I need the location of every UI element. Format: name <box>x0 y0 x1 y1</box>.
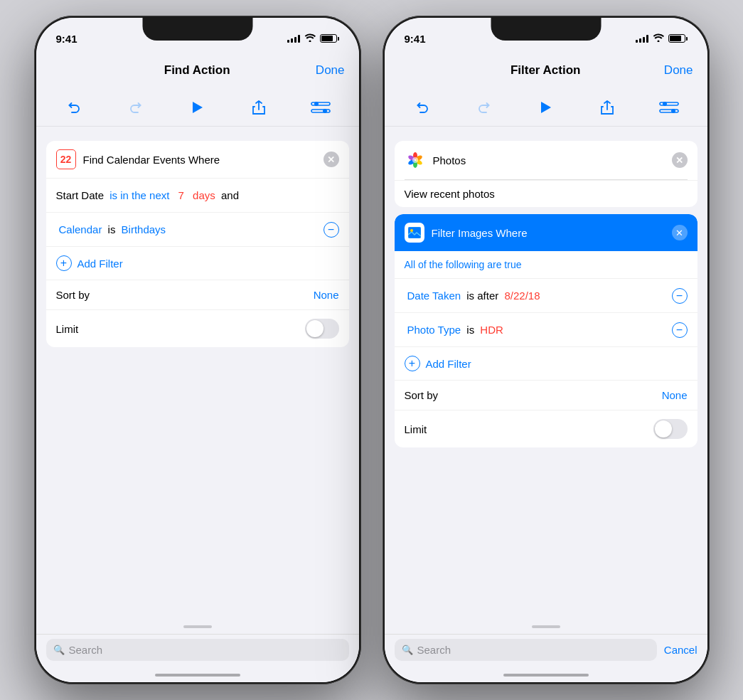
start-date-label: Start Date <box>56 189 107 201</box>
signal-icon-2 <box>636 34 648 43</box>
photo-type-filter-row: Photo Type is HDR − <box>395 313 697 347</box>
status-icons-2 <box>636 33 688 44</box>
wifi-icon <box>304 33 316 44</box>
card-header-title: Find Calendar Events Where <box>83 154 316 166</box>
view-recent-photos: View recent photos <box>395 180 697 207</box>
birthdays-tag[interactable]: Birthdays <box>122 223 166 235</box>
close-card-button[interactable]: ✕ <box>324 152 339 167</box>
battery-icon <box>320 34 339 43</box>
status-time-2: 9:41 <box>405 33 426 45</box>
svg-marker-5 <box>541 102 551 113</box>
main-content: 22 Find Calendar Events Where ✕ Start Da… <box>36 134 359 622</box>
settings-button[interactable] <box>308 95 333 120</box>
add-filter-icon[interactable]: + <box>56 255 72 271</box>
is-text-2: is <box>464 324 477 336</box>
svg-point-3 <box>314 102 319 106</box>
home-indicator <box>155 674 240 677</box>
signal-icon <box>287 34 300 43</box>
photo-type-tag[interactable]: Photo Type <box>407 324 461 336</box>
phone-1: 9:41 <box>34 16 361 684</box>
phone-2: 9:41 <box>383 16 710 684</box>
svg-rect-7 <box>660 110 678 112</box>
calendar-tag[interactable]: Calendar <box>59 223 102 235</box>
number-tag[interactable]: 7 <box>175 189 187 201</box>
battery-icon-2 <box>668 34 688 43</box>
search-placeholder-2: Search <box>417 644 451 656</box>
toolbar-2 <box>385 89 707 126</box>
remove-date-filter-button[interactable]: − <box>672 288 688 304</box>
and-text: and <box>218 189 239 201</box>
is-after-text: is after <box>464 290 501 302</box>
add-filter-label-2[interactable]: Add Filter <box>426 358 471 370</box>
nav-bar: Find Action Done <box>36 52 359 89</box>
limit-label-2: Limit <box>405 423 427 435</box>
filter-images-title: Filter Images Where <box>432 227 665 239</box>
svg-rect-2 <box>311 110 330 112</box>
nav-title-2: Filter Action <box>511 63 581 78</box>
limit-row-2: Limit <box>395 410 697 447</box>
date-taken-tag[interactable]: Date Taken <box>407 290 461 302</box>
sort-label-2: Sort by <box>405 389 439 401</box>
redo-button[interactable] <box>123 95 149 120</box>
scroll-indicator-2 <box>532 625 560 628</box>
add-filter-label[interactable]: Add Filter <box>77 258 123 270</box>
filter-images-icon <box>405 223 424 243</box>
sort-row-2: Sort by None <box>395 381 697 410</box>
photos-card: Photos ✕ View recent photos <box>395 141 697 207</box>
share-button[interactable] <box>246 95 272 120</box>
all-true-text[interactable]: All of the following are true <box>405 259 522 270</box>
hdr-tag[interactable]: HDR <box>480 324 503 336</box>
notch <box>142 18 252 41</box>
svg-point-9 <box>671 109 675 113</box>
filter-images-card: Filter Images Where ✕ All of the followi… <box>395 214 697 447</box>
filter-images-header: Filter Images Where ✕ <box>395 214 697 251</box>
sort-value[interactable]: None <box>314 289 339 301</box>
svg-point-4 <box>323 109 327 113</box>
days-tag[interactable]: days <box>193 189 215 201</box>
limit-toggle[interactable] <box>305 319 339 339</box>
cancel-button[interactable]: Cancel <box>664 644 697 656</box>
card-header: 22 Find Calendar Events Where ✕ <box>46 141 349 179</box>
date-value-tag[interactable]: 8/22/18 <box>504 290 540 302</box>
remove-type-filter-button[interactable]: − <box>672 322 688 338</box>
is-in-next-tag[interactable]: is in the next <box>109 189 169 201</box>
nav-title: Find Action <box>164 63 230 78</box>
calendar-filter-row: Calendar is Birthdays − <box>46 213 349 247</box>
sort-row: Sort by None <box>46 280 349 310</box>
nav-bar-2: Filter Action Done <box>385 52 707 89</box>
search-icon: 🔍 <box>53 645 65 655</box>
svg-rect-1 <box>311 102 330 105</box>
date-taken-filter-row: Date Taken is after 8/22/18 − <box>395 279 697 313</box>
share-button-2[interactable] <box>594 95 620 120</box>
play-button[interactable] <box>184 95 210 120</box>
photos-title: Photos <box>433 154 665 166</box>
add-filter-row-2[interactable]: + Add Filter <box>395 347 697 381</box>
start-date-filter-row: Start Date is in the next 7 days and <box>46 179 349 213</box>
svg-point-8 <box>663 102 667 106</box>
play-button-2[interactable] <box>533 95 558 120</box>
undo-button[interactable] <box>61 95 87 120</box>
svg-marker-0 <box>193 102 203 113</box>
status-icons <box>287 33 339 44</box>
done-button-2[interactable]: Done <box>664 63 693 78</box>
home-indicator-2 <box>503 674 589 677</box>
add-filter-row[interactable]: + Add Filter <box>46 247 349 280</box>
redo-button-2[interactable] <box>471 95 497 120</box>
search-placeholder: Search <box>69 644 103 656</box>
settings-button-2[interactable] <box>656 95 682 120</box>
svg-rect-6 <box>660 102 678 105</box>
toolbar <box>36 89 359 126</box>
sort-value-2[interactable]: None <box>662 389 688 401</box>
search-bar-2[interactable]: 🔍 Search <box>395 639 657 661</box>
done-button[interactable]: Done <box>316 63 345 78</box>
remove-filter-button[interactable]: − <box>324 222 339 238</box>
search-bar[interactable]: 🔍 Search <box>46 639 349 661</box>
close-photos-button[interactable]: ✕ <box>672 152 688 168</box>
main-content-2: Photos ✕ View recent photos <box>385 134 707 622</box>
close-filter-button[interactable]: ✕ <box>672 225 688 240</box>
notch <box>491 18 601 41</box>
undo-button-2[interactable] <box>410 95 435 120</box>
add-filter-icon-2[interactable]: + <box>405 356 420 371</box>
limit-toggle-2[interactable] <box>653 419 688 439</box>
wifi-icon-2 <box>653 33 664 44</box>
